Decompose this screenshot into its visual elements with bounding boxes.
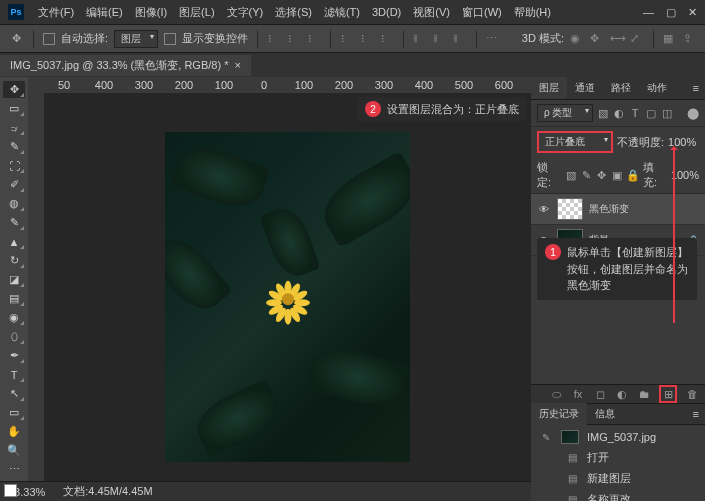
dodge-tool[interactable]: ⬯ [3,328,25,345]
window-close[interactable]: ✕ [688,6,697,19]
show-transform-checkbox[interactable] [164,33,176,45]
align-hcenter-icon[interactable]: ⫶ [360,32,374,46]
lock-transparent-icon[interactable]: ▧ [565,169,576,181]
history-brush-tool[interactable]: ↻ [3,252,25,269]
3d-slide-icon[interactable]: ⟷ [610,32,624,46]
link-layers-icon[interactable]: ⬭ [549,387,563,401]
gradient-tool[interactable]: ▤ [3,290,25,307]
brush-tool[interactable]: ✎ [3,214,25,231]
layer-filter-dropdown[interactable]: ρ 类型 [537,104,593,122]
menu-text[interactable]: 文字(Y) [221,5,270,20]
align-left-icon[interactable]: ⫶ [340,32,354,46]
new-layer-icon[interactable]: ⊞ [659,385,677,403]
menu-select[interactable]: 选择(S) [269,5,318,20]
hand-tool[interactable]: ✋ [3,423,25,440]
filter-text-icon[interactable]: T [629,107,641,119]
layer-item[interactable]: 👁 黑色渐变 [531,194,705,225]
tab-info[interactable]: 信息 [587,403,623,425]
eraser-tool[interactable]: ◪ [3,271,25,288]
marquee-tool[interactable]: ▭ [3,100,25,117]
doc-size[interactable]: 文档:4.45M/4.45M [63,484,152,499]
blur-tool[interactable]: ◉ [3,309,25,326]
filter-shape-icon[interactable]: ▢ [645,107,657,119]
filter-pixel-icon[interactable]: ▧ [597,107,609,119]
auto-select-checkbox[interactable] [43,33,55,45]
canvas[interactable] [44,93,531,501]
menu-file[interactable]: 文件(F) [32,5,80,20]
workspace-icon[interactable]: ▦ [663,32,677,46]
lock-all-icon[interactable]: 🔒 [627,169,639,181]
window-minimize[interactable]: — [643,6,654,19]
lock-artboard-icon[interactable]: ▣ [611,169,622,181]
document-image [165,132,410,462]
lasso-tool[interactable]: ⟉ [3,119,25,136]
document-tab[interactable]: IMG_5037.jpg @ 33.3% (黑色渐变, RGB/8) * × [0,55,251,76]
history-thumbnail [561,430,579,444]
layer-name[interactable]: 黑色渐变 [589,202,629,216]
lock-position-icon[interactable]: ✥ [596,169,607,181]
blend-mode-dropdown[interactable]: 正片叠底 [537,131,613,153]
align-right-icon[interactable]: ⫶ [380,32,394,46]
group-icon[interactable]: 🖿 [637,387,651,401]
layer-style-icon[interactable]: fx [571,387,585,401]
share-icon[interactable]: ⇪ [683,32,697,46]
menu-window[interactable]: 窗口(W) [456,5,508,20]
layer-type-dropdown[interactable]: 图层 [114,30,158,48]
heal-tool[interactable]: ◍ [3,195,25,212]
path-tool[interactable]: ↖ [3,385,25,402]
menu-image[interactable]: 图像(I) [129,5,173,20]
menu-filter[interactable]: 滤镜(T) [318,5,366,20]
3d-orbit-icon[interactable]: ◉ [570,32,584,46]
tab-actions[interactable]: 动作 [639,77,675,99]
layer-mask-icon[interactable]: ◻ [593,387,607,401]
tab-close-icon[interactable]: × [234,59,240,71]
filter-adjust-icon[interactable]: ◐ [613,107,625,119]
align-top-icon[interactable]: ⫶ [267,32,281,46]
shape-tool[interactable]: ▭ [3,404,25,421]
tab-paths[interactable]: 路径 [603,77,639,99]
history-step[interactable]: ▤ 新建图层 [531,468,705,489]
menu-view[interactable]: 视图(V) [407,5,456,20]
adjustment-layer-icon[interactable]: ◐ [615,387,629,401]
menu-3d[interactable]: 3D(D) [366,6,407,18]
foreground-color[interactable] [4,484,17,497]
eyedropper-tool[interactable]: ✐ [3,176,25,193]
move-tool[interactable]: ✥ [3,81,25,98]
lock-pixels-icon[interactable]: ✎ [580,169,591,181]
crop-tool[interactable]: ⛶ [3,157,25,174]
tab-history[interactable]: 历史记录 [531,403,587,425]
history-step[interactable]: ▤ 名称更改 [531,489,705,501]
statusbar: 33.33% 文档:4.45M/4.45M [0,481,531,501]
menu-layer[interactable]: 图层(L) [173,5,220,20]
align-vcenter-icon[interactable]: ⫶ [287,32,301,46]
filter-toggle-icon[interactable]: ⬤ [687,107,699,119]
more-align-icon[interactable]: ⋯ [486,32,500,46]
panel-menu-icon[interactable]: ≡ [687,408,705,420]
distribute-icon[interactable]: ⫵ [453,32,467,46]
zoom-tool[interactable]: 🔍 [3,442,25,459]
distribute-v-icon[interactable]: ⫵ [433,32,447,46]
delete-layer-icon[interactable]: 🗑 [685,387,699,401]
history-step[interactable]: ▤ 打开 [531,447,705,468]
quick-select-tool[interactable]: ✎ [3,138,25,155]
filter-smart-icon[interactable]: ◫ [661,107,673,119]
distribute-h-icon[interactable]: ⫵ [413,32,427,46]
pen-tool[interactable]: ✒ [3,347,25,364]
edit-toolbar[interactable]: ⋯ [3,461,25,478]
tab-layers[interactable]: 图层 [531,77,567,99]
menu-help[interactable]: 帮助(H) [508,5,557,20]
window-maximize[interactable]: ▢ [666,6,676,19]
stamp-tool[interactable]: ▲ [3,233,25,250]
fill-value[interactable]: 100% [671,169,699,181]
annotation-badge: 2 [365,101,381,117]
align-bottom-icon[interactable]: ⫶ [307,32,321,46]
panel-menu-icon[interactable]: ≡ [687,82,705,94]
3d-scale-icon[interactable]: ⤢ [630,32,644,46]
menu-edit[interactable]: 编辑(E) [80,5,129,20]
visibility-icon[interactable]: 👁 [537,202,551,216]
layer-thumbnail[interactable] [557,198,583,220]
tab-channels[interactable]: 通道 [567,77,603,99]
3d-pan-icon[interactable]: ✥ [590,32,604,46]
type-tool[interactable]: T [3,366,25,383]
history-snapshot[interactable]: ✎ IMG_5037.jpg [531,427,705,447]
